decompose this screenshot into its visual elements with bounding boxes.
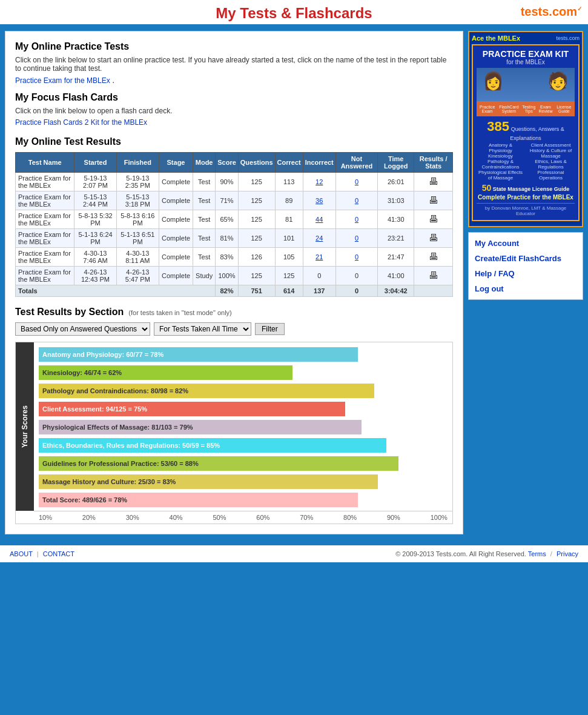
ad-topic-7: Ethics, Laws & Regulations [527, 159, 575, 170]
cell-started: 4-30-13 7:46 AM [74, 248, 116, 267]
chart-bar-row: Client Assessment: 94/125 = 75% [39, 402, 448, 416]
cell-stats[interactable]: 🖶 [414, 173, 453, 191]
footer-terms[interactable]: Terms [528, 550, 546, 557]
cell-correct: 105 [275, 248, 303, 267]
col-started: Started [74, 153, 116, 173]
cell-stats[interactable]: 🖶 [414, 248, 453, 267]
filter-dropdown-2[interactable]: For Tests Taken All TimeLast 30 DaysLast… [154, 322, 251, 336]
footer: ABOUT | CONTACT © 2009-2013 Tests.com. A… [0, 544, 588, 562]
filter-dropdown-1[interactable]: Based Only on Answered QuestionsBased on… [15, 322, 150, 336]
cell-correct: 89 [275, 191, 303, 210]
footer-about[interactable]: ABOUT [10, 550, 33, 557]
chart-bar-row: Guidelines for Professional Practice: 53… [39, 456, 448, 471]
footer-right: © 2009-2013 Tests.com. All Right Reserve… [395, 550, 578, 557]
cell-test-name: Practice Exam for the MBLEx [16, 267, 74, 285]
cell-test-name: Practice Exam for the MBLEx [16, 229, 74, 248]
cell-score: 90% [216, 173, 239, 191]
online-tests-link[interactable]: Practice Exam for the MBLEx [15, 76, 110, 85]
col-score: Score [216, 153, 239, 173]
stats-icon: 🖶 [429, 251, 438, 262]
section-results-note: (for tests taken in "test mode" only) [128, 309, 231, 316]
x-axis-label: 100% [431, 514, 448, 521]
cell-started: 5-19-13 2:07 PM [74, 173, 116, 191]
cell-stats[interactable]: 🖶 [414, 229, 453, 248]
ad-topic-6: History & Culture of Massage [527, 148, 575, 159]
cell-started: 4-26-13 12:43 PM [74, 267, 116, 285]
cell-stats[interactable]: 🖶 [414, 267, 453, 285]
nav-log-out[interactable]: Log out [475, 284, 576, 293]
section-results-heading: Test Results by Section [15, 307, 124, 318]
cell-incorrect: 0 [303, 267, 335, 285]
online-tests-intro: Click on the link below to start an onli… [15, 56, 453, 73]
ad-topic-1: Anatomy & Physiology [477, 142, 524, 153]
bar: Ethics, Boundaries, Rules and Regulation… [39, 438, 386, 453]
cell-not-answered: 0 [335, 267, 377, 285]
col-finished: Finished [116, 153, 159, 173]
cell-stats[interactable]: 🖶 [414, 210, 453, 229]
stats-icon: 🖶 [429, 195, 438, 205]
ad-complete-label: Complete Practice for the MBLEx [477, 194, 575, 201]
cell-finished: 4-26-13 5:47 PM [116, 267, 159, 285]
chart-y-label: Your Scores [16, 342, 34, 511]
cell-incorrect[interactable]: 36 [303, 191, 335, 210]
table-row: Practice Exam for the MBLEx 5-15-13 2:44… [16, 191, 453, 210]
main-layout: My Online Practice Tests Click on the li… [0, 26, 588, 539]
x-axis-label: 40% [170, 514, 183, 521]
nav-create-flashcards[interactable]: Create/Edit FlashCards [475, 254, 576, 263]
cell-time: 23:21 [378, 229, 414, 248]
footer-contact[interactable]: CONTACT [43, 550, 74, 557]
ad-review: Exam Review [537, 105, 555, 113]
totals-label: Totals [16, 285, 216, 297]
cell-score: 83% [216, 248, 239, 267]
chart-bar-row: Anatomy and Physiology: 60/77 = 78% [39, 347, 448, 362]
cell-not-answered[interactable]: 0 [335, 210, 377, 229]
cell-stats[interactable]: 🖶 [414, 191, 453, 210]
flashcards-link[interactable]: Practice Flash Cards 2 Kit for the MBLEx [15, 118, 147, 127]
ad-flashcard: FlashCard System [497, 105, 521, 113]
cell-mode: Test [193, 173, 216, 191]
nav-my-account[interactable]: My Account [475, 239, 576, 248]
chart-bar-row: Massage History and Culture: 25/30 = 83% [39, 474, 448, 489]
col-correct: Correct [275, 153, 303, 173]
stats-icon: 🖶 [429, 214, 438, 224]
ad-num-questions: 385 [487, 119, 509, 134]
cell-not-answered[interactable]: 0 [335, 173, 377, 191]
cell-not-answered[interactable]: 0 [335, 248, 377, 267]
footer-privacy[interactable]: Privacy [557, 550, 578, 557]
ad-author: by Donovan Monroe, LMT & Massage Educato… [477, 203, 575, 216]
bar-label: Anatomy and Physiology: 60/77 = 78% [39, 350, 167, 359]
col-results: Results / Stats [414, 153, 453, 173]
bar-wrapper: Client Assessment: 94/125 = 75% [39, 402, 448, 416]
flashcards-heading: My Focus Flash Cards [15, 92, 453, 103]
bar-label: Kinesiology: 46/74 = 62% [39, 368, 125, 377]
nav-help-faq[interactable]: Help / FAQ [475, 269, 576, 278]
col-incorrect: Incorrect [303, 153, 335, 173]
ad-brand: Ace the MBLEx [472, 35, 520, 42]
totals-not-answered: 0 [335, 285, 377, 297]
x-axis-label: 30% [126, 514, 139, 521]
bar: Guidelines for Professional Practice: 53… [39, 456, 398, 471]
col-questions: Questions [238, 153, 275, 173]
stats-icon: 🖶 [429, 270, 438, 281]
cell-not-answered[interactable]: 0 [335, 229, 377, 248]
cell-mode: Test [193, 248, 216, 267]
col-not-answered: Not Answered [335, 153, 377, 173]
ad-question-desc: Questions, Answers & Explanations [510, 126, 564, 141]
col-time: Time Logged [378, 153, 414, 173]
cell-questions: 125 [238, 173, 275, 191]
footer-divider-2: / [550, 550, 552, 557]
col-mode: Mode [193, 153, 216, 173]
sidebar: Ace the MBLEx tests.com PRACTICE EXAM KI… [468, 31, 583, 534]
totals-time: 3:04:42 [378, 285, 414, 297]
cell-mode: Test [193, 210, 216, 229]
ad-topic-3: Pathology & Contraindications [477, 159, 524, 170]
cell-incorrect[interactable]: 12 [303, 173, 335, 191]
cell-incorrect[interactable]: 21 [303, 248, 335, 267]
cell-not-answered[interactable]: 0 [335, 191, 377, 210]
logo-suffix: com [552, 5, 577, 18]
bar: Kinesiology: 46/74 = 62% [39, 365, 292, 380]
cell-incorrect[interactable]: 44 [303, 210, 335, 229]
filter-button[interactable]: Filter [255, 323, 285, 335]
cell-incorrect[interactable]: 24 [303, 229, 335, 248]
stats-icon: 🖶 [429, 176, 438, 187]
